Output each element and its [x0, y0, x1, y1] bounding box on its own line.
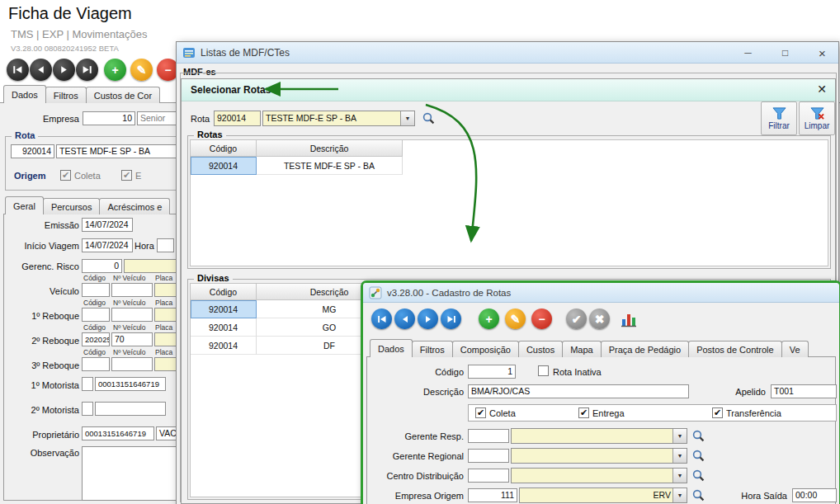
table-row[interactable]: 920014 TESTE MDF-E SP - BA: [191, 157, 828, 175]
empresa-origem-code-input[interactable]: 111: [468, 488, 517, 502]
search-icon[interactable]: [692, 489, 705, 502]
tab-mapa[interactable]: Mapa: [562, 341, 602, 357]
tab-percursos[interactable]: Percursos: [43, 198, 101, 214]
prev-record-button[interactable]: [394, 309, 415, 329]
veiculo-placa-input[interactable]: [154, 283, 177, 297]
limpar-button[interactable]: Limpar: [799, 101, 835, 135]
proprietario-nome-input[interactable]: VAC: [156, 426, 177, 440]
delete-button[interactable]: −: [531, 309, 552, 329]
observacao-textarea[interactable]: [82, 446, 177, 501]
chevron-down-icon[interactable]: ▼: [672, 449, 687, 463]
chevron-down-icon[interactable]: ▼: [672, 429, 687, 443]
col-header-codigo[interactable]: Código: [191, 140, 257, 157]
edit-button[interactable]: ✎: [130, 59, 153, 81]
maximize-button[interactable]: □: [771, 43, 800, 63]
rota-inativa-checkbox[interactable]: [538, 365, 549, 376]
cell-codigo[interactable]: 920014: [191, 337, 257, 355]
tab-composicao[interactable]: Composição: [452, 341, 519, 357]
chart-button[interactable]: [621, 311, 637, 327]
search-icon[interactable]: [692, 430, 705, 442]
reboque3-num-input[interactable]: [111, 357, 153, 371]
cadastro-titlebar[interactable]: v3.28.00 - Cadastro de Rotas: [363, 283, 839, 303]
proprietario-doc-input[interactable]: 00013151646719: [82, 426, 154, 440]
panel-close-icon[interactable]: ✕: [817, 82, 827, 96]
entrega-checkbox[interactable]: ✔: [121, 170, 132, 181]
gerente-resp-code-input[interactable]: [468, 429, 509, 443]
motorista2-codigo-input[interactable]: [82, 402, 93, 416]
motorista1-codigo-input[interactable]: [82, 377, 93, 391]
search-icon[interactable]: [422, 112, 435, 125]
entrega-checkbox[interactable]: ✔: [578, 407, 589, 418]
reboque2-codigo-input[interactable]: 202025: [82, 332, 110, 346]
tab-praca-de-pedagio[interactable]: Praça de Pedágio: [601, 341, 689, 357]
last-record-button[interactable]: [441, 309, 461, 329]
chevron-down-icon[interactable]: ▼: [672, 488, 687, 502]
edit-button[interactable]: ✎: [505, 309, 526, 329]
col-header-codigo[interactable]: Código: [191, 284, 257, 300]
col-header-descricao[interactable]: Descrição: [257, 140, 403, 157]
listas-titlebar[interactable]: Listas de MDF/CTes ─ □ ×: [177, 42, 838, 64]
cell-descricao[interactable]: TESTE MDF-E SP - BA: [257, 157, 403, 175]
centro-distribuicao-code-input[interactable]: [468, 469, 509, 483]
centro-distribuicao-combo[interactable]: ▼: [511, 468, 687, 483]
hora-input[interactable]: [157, 238, 174, 252]
rota-code-input[interactable]: 920014: [214, 111, 261, 126]
chevron-down-icon[interactable]: ▼: [672, 469, 687, 483]
tab-filtros[interactable]: Filtros: [45, 87, 87, 103]
emissao-input[interactable]: 14/07/2024: [82, 218, 133, 232]
chevron-down-icon[interactable]: ▼: [400, 111, 414, 125]
first-record-button[interactable]: [7, 59, 29, 81]
gerenc-risco-desc-input[interactable]: [124, 259, 177, 273]
tab-geral[interactable]: Geral: [5, 196, 44, 214]
filtrar-button[interactable]: Filtrar: [761, 101, 797, 135]
tab-acrescimos[interactable]: Acréscimos e: [99, 198, 170, 214]
empresa-origem-combo[interactable]: ERV ▼: [519, 488, 687, 503]
motorista1-doc-input[interactable]: 00013151646719: [95, 377, 166, 391]
coleta-checkbox[interactable]: ✔: [60, 170, 71, 181]
hora-saida-input[interactable]: 00:00: [792, 488, 837, 502]
rota-descricao-input[interactable]: TESTE MDF-E SP - BA: [56, 144, 177, 158]
minimize-button[interactable]: ─: [734, 43, 762, 63]
veiculo-num-input[interactable]: [111, 283, 153, 297]
search-icon[interactable]: [692, 450, 705, 462]
rota-code-input[interactable]: 920014: [11, 144, 54, 158]
cell-codigo[interactable]: 920014: [191, 318, 257, 337]
tab-dados[interactable]: Dados: [370, 339, 413, 357]
tab-custos[interactable]: Custos de Cor: [86, 87, 160, 103]
tab-custos[interactable]: Custos: [518, 341, 563, 357]
motorista2-doc-input[interactable]: [95, 402, 166, 416]
tab-ve[interactable]: Ve: [781, 341, 809, 357]
coleta-checkbox[interactable]: ✔: [475, 407, 486, 418]
next-record-button[interactable]: [53, 59, 75, 81]
gerenc-risco-input[interactable]: 0: [82, 259, 122, 273]
tab-postos-de-controle[interactable]: Postos de Controle: [688, 341, 782, 357]
prev-record-button[interactable]: [30, 59, 52, 81]
transferencia-checkbox[interactable]: ✔: [712, 407, 723, 418]
gerente-regional-code-input[interactable]: [468, 449, 509, 463]
inicio-viagem-input[interactable]: 14/07/2024: [82, 238, 133, 252]
descricao-input[interactable]: BMA/RJO/CAS: [468, 384, 689, 398]
veiculo-codigo-input[interactable]: [82, 283, 110, 297]
tab-dados[interactable]: Dados: [3, 85, 46, 103]
reboque2-num-input[interactable]: 70: [111, 332, 153, 346]
close-button[interactable]: ×: [808, 43, 837, 63]
reboque3-codigo-input[interactable]: [82, 357, 110, 371]
add-button[interactable]: +: [479, 309, 499, 329]
reboque1-num-input[interactable]: [111, 308, 153, 322]
add-button[interactable]: +: [104, 59, 126, 81]
next-record-button[interactable]: [418, 309, 438, 329]
cell-codigo[interactable]: 920014: [191, 157, 257, 175]
rota-descricao-combo[interactable]: TESTE MDF-E SP - BA ▼: [262, 111, 415, 126]
apelido-input[interactable]: T001: [771, 384, 837, 398]
reboque1-placa-input[interactable]: [154, 308, 177, 322]
empresa-code-input[interactable]: 10: [83, 111, 135, 125]
search-icon[interactable]: [692, 469, 705, 482]
cancel-button[interactable]: ✖: [589, 309, 610, 329]
reboque3-placa-input[interactable]: [154, 357, 177, 371]
gerente-regional-combo[interactable]: ▼: [511, 448, 687, 464]
gerente-resp-combo[interactable]: ▼: [511, 428, 687, 444]
tab-filtros[interactable]: Filtros: [412, 341, 453, 357]
confirm-button[interactable]: ✔: [566, 309, 587, 329]
last-record-button[interactable]: [76, 59, 98, 81]
reboque2-placa-input[interactable]: [154, 332, 177, 346]
